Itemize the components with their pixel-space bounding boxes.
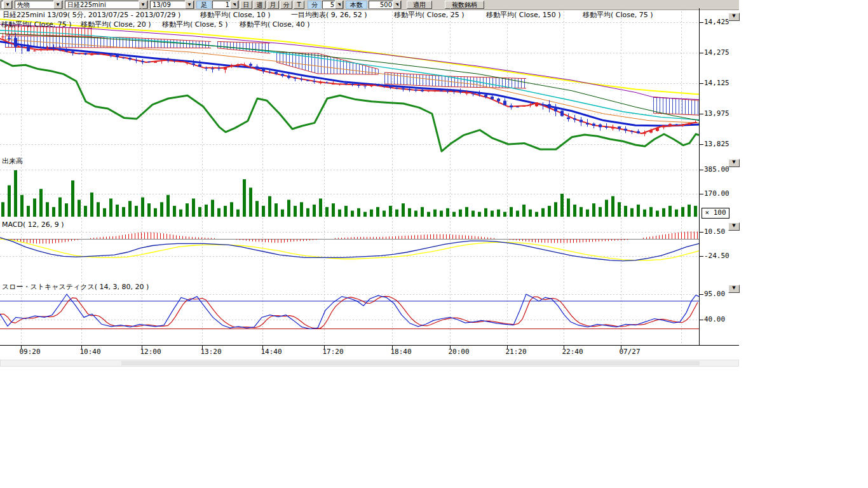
price-axis-label-2: 14,125 bbox=[704, 79, 729, 87]
time-axis-label-7: 20:00 bbox=[448, 348, 469, 356]
legend-item-row2-0: 移動平均( Close, 75 ) bbox=[1, 20, 72, 29]
time-axis-label-4: 14:40 bbox=[261, 348, 281, 356]
stoch-axis-label-1: 40.00 bbox=[704, 315, 725, 323]
macd-panel-menu-button[interactable]: ▼ bbox=[728, 222, 740, 231]
legend-item-row2-3: 移動平均( Close, 40 ) bbox=[240, 20, 310, 29]
scrollbar-thumb[interactable] bbox=[121, 361, 700, 365]
time-axis-label-5: 17:20 bbox=[322, 348, 343, 356]
time-axis-label-9: 22:40 bbox=[562, 348, 583, 356]
volume-axis-label-0: 385.00 bbox=[704, 165, 729, 173]
volume-panel-title: 出来高 bbox=[2, 156, 23, 166]
price-axis-label-0: 14,425 bbox=[704, 18, 729, 26]
price-axis-label-4: 13,825 bbox=[704, 140, 729, 148]
macd-panel-title: MACD( 12, 26, 9 ) bbox=[2, 220, 64, 229]
volume-axis-label-1: 170.00 bbox=[704, 189, 729, 198]
volume-panel-menu-button[interactable]: ▼ bbox=[728, 159, 740, 167]
legend-item-row1-0: 日経225mini 13/09( 5分, 2013/07/25 - 2013/0… bbox=[3, 10, 180, 20]
price-axis-label-1: 14,275 bbox=[704, 48, 729, 57]
stochastics-panel-title: スロー・ストキャスティクス( 14, 3, 80, 20 ) bbox=[2, 282, 149, 292]
time-axis-label-10: 07/27 bbox=[619, 348, 640, 356]
legend-item-row2-2: 移動平均( Close, 5 ) bbox=[162, 20, 228, 29]
legend-item-row1-2: 一目均衡表( 9, 26, 52 ) bbox=[291, 10, 367, 20]
legend-item-row1-5: 移動平均( Close, 75 ) bbox=[583, 10, 653, 20]
macd-axis-label-0: 10.50 bbox=[704, 227, 725, 236]
time-axis-label-2: 12:00 bbox=[140, 348, 161, 356]
stoch-axis-label-0: 95.00 bbox=[704, 290, 725, 298]
volume-multiplier-box: × 100 bbox=[702, 208, 729, 219]
chart-canvas[interactable] bbox=[0, 0, 739, 369]
time-axis-label-6: 18:40 bbox=[390, 348, 411, 356]
price-axis-label-3: 13,975 bbox=[704, 109, 729, 118]
legend-item-row1-4: 移動平均( Close, 150 ) bbox=[486, 10, 561, 20]
time-axis-label-3: 13:20 bbox=[200, 348, 221, 356]
legend-item-row1-1: 移動平均( Close, 10 ) bbox=[200, 10, 271, 20]
legend-item-row2-1: 移動平均( Close, 20 ) bbox=[81, 20, 151, 29]
horizontal-scrollbar[interactable] bbox=[0, 360, 739, 367]
chart-application-window: ▼ 先物▼ 日経225mini▼ 13/09▼ 足 1◥ 日 週 月 分 T 分… bbox=[0, 0, 868, 488]
legend-item-row1-3: 移動平均( Close, 25 ) bbox=[394, 10, 465, 20]
macd-axis-label-1: -24.50 bbox=[704, 252, 729, 260]
time-axis-label-1: 10:40 bbox=[79, 348, 100, 356]
price-panel-menu-button[interactable]: ▼ bbox=[728, 13, 740, 21]
stoch-panel-menu-button[interactable]: ▼ bbox=[728, 285, 740, 293]
time-axis-label-8: 21:20 bbox=[505, 348, 526, 356]
time-axis-label-0: 09:20 bbox=[19, 348, 40, 356]
